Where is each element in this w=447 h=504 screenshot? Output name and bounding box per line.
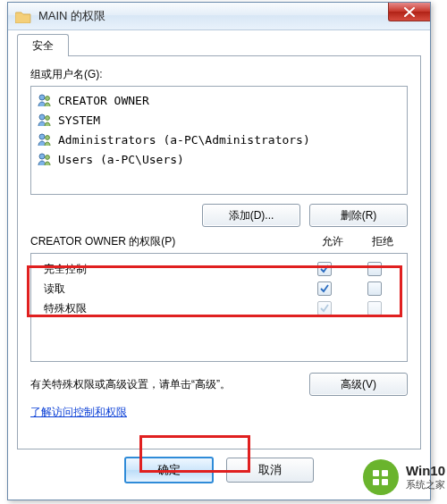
svg-point-3 [46,116,50,121]
list-item[interactable]: CREATOR OWNER [37,90,401,110]
close-icon [404,7,415,17]
deny-checkbox [367,301,382,315]
svg-point-1 [46,97,50,101]
list-item[interactable]: Users (a-PC\Users) [37,149,401,169]
dialog-footer: 确定 取消 [17,455,421,485]
check-icon [320,304,329,313]
allow-checkbox[interactable] [317,281,332,296]
svg-point-6 [39,154,45,159]
perm-name: 读取 [38,281,299,297]
perm-row: 读取 [38,279,400,298]
permissions-label: CREATOR OWNER 的权限(P) [30,234,308,249]
col-allow-header: 允许 [308,234,358,249]
close-button[interactable] [388,3,430,21]
list-item-label: Users (a-PC\Users) [58,153,184,166]
advanced-button[interactable]: 高级(V) [309,373,408,396]
allow-checkbox[interactable] [317,262,332,276]
perm-name: 特殊权限 [38,301,299,316]
learn-link[interactable]: 了解访问控制和权限 [30,405,127,420]
add-button[interactable]: 添加(D)... [202,204,300,227]
list-item[interactable]: Administrators (a-PC\Administrators) [37,130,401,149]
tabstrip: 安全 [17,35,421,56]
perm-row: 完全控制 [38,259,400,279]
user-list[interactable]: CREATOR OWNER SYSTEM Administrators (a-P… [30,86,408,195]
window-title: MAIN 的权限 [38,8,105,24]
ok-button[interactable]: 确定 [124,457,214,483]
folder-icon [15,10,31,23]
list-item[interactable]: SYSTEM [37,110,401,130]
brand-text-1: Win10 [406,464,445,478]
user-icon [37,92,53,108]
tab-panel: 组或用户名(G): CREATOR OWNER SYSTEM [17,55,421,449]
deny-checkbox[interactable] [367,281,382,296]
svg-point-5 [46,136,50,140]
svg-point-0 [39,95,45,100]
list-item-label: Administrators (a-PC\Administrators) [58,133,310,147]
list-item-label: CREATOR OWNER [58,94,149,107]
user-icon [37,151,53,167]
watermark: Win10 系统之家 [363,459,445,495]
user-icon [37,131,53,147]
perm-row: 特殊权限 [38,298,400,318]
permissions-list: 完全控制 读取 特殊权限 [30,253,408,362]
user-icon [37,112,53,128]
brand-text-2: 系统之家 [406,478,445,491]
svg-point-4 [39,134,45,139]
group-users-label: 组或用户名(G): [30,67,408,82]
check-icon [320,284,329,293]
remove-button[interactable]: 删除(R) [309,204,408,227]
brand-logo-icon [363,459,399,495]
check-icon [320,265,329,273]
deny-checkbox[interactable] [367,262,382,276]
titlebar[interactable]: MAIN 的权限 [8,3,430,30]
cancel-button[interactable]: 取消 [226,458,314,483]
allow-checkbox [317,301,332,315]
permissions-dialog: MAIN 的权限 安全 组或用户名(G): CREATOR OWNER [7,2,431,500]
perm-name: 完全控制 [38,262,299,277]
special-permissions-text: 有关特殊权限或高级设置，请单击“高级”。 [30,376,309,392]
svg-point-2 [39,114,45,120]
list-item-label: SYSTEM [58,113,100,127]
tab-security[interactable]: 安全 [17,34,69,56]
col-deny-header: 拒绝 [358,234,408,249]
svg-point-7 [46,155,50,160]
